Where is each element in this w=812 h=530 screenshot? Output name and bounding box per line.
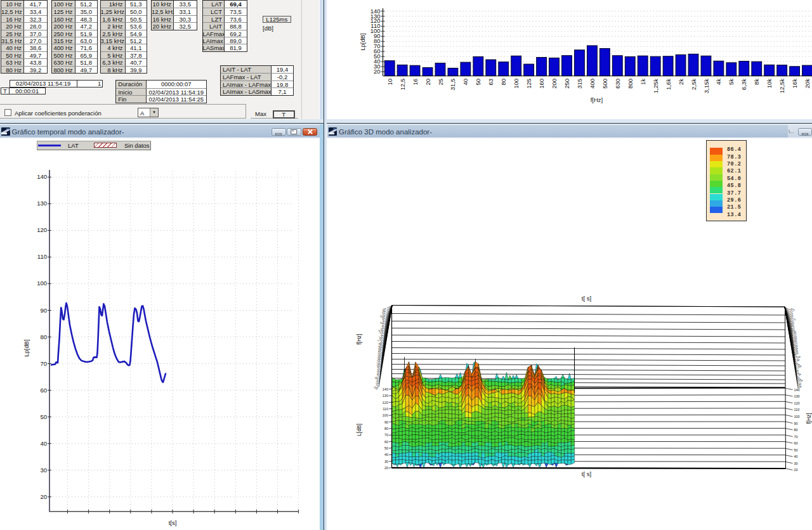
svg-text:60: 60	[794, 441, 797, 445]
svg-text:4k: 4k	[715, 79, 722, 85]
svg-text:160: 160	[538, 79, 545, 89]
svg-text:110: 110	[794, 408, 799, 411]
svg-text:80: 80	[40, 333, 47, 340]
svg-text:12,5: 12,5	[398, 79, 405, 91]
svg-text:110: 110	[37, 253, 47, 260]
svg-text:3,15k: 3,15k	[702, 79, 709, 93]
svg-text:400: 400	[588, 79, 595, 89]
svg-text:2k: 2k	[677, 79, 684, 85]
svg-text:80: 80	[794, 428, 797, 432]
svg-text:16: 16	[411, 79, 418, 86]
svg-text:200: 200	[551, 79, 558, 89]
svg-text:90: 90	[794, 422, 797, 425]
svg-text:63: 63	[487, 79, 494, 86]
svg-text:20: 20	[794, 468, 797, 472]
svg-text:130: 130	[794, 394, 799, 398]
svg-text:f[Hz]: f[Hz]	[355, 333, 362, 344]
svg-text:60: 60	[40, 387, 47, 394]
svg-text:120: 120	[37, 226, 47, 233]
svg-text:100: 100	[794, 415, 799, 418]
svg-text:60: 60	[384, 440, 388, 444]
svg-text:40: 40	[40, 440, 47, 447]
svg-text:120: 120	[382, 401, 388, 404]
svg-text:30: 30	[384, 460, 388, 463]
svg-text:1,6k: 1,6k	[664, 79, 671, 90]
svg-text:50: 50	[475, 79, 481, 86]
svg-text:20: 20	[40, 493, 47, 500]
svg-text:25: 25	[436, 79, 443, 86]
svg-text:50: 50	[40, 413, 47, 420]
svg-text:5k: 5k	[728, 79, 735, 85]
svg-text:L[dB]: L[dB]	[355, 423, 362, 436]
svg-text:20k: 20k	[804, 79, 811, 89]
svg-text:6,3k: 6,3k	[740, 79, 747, 90]
svg-text:120: 120	[794, 401, 799, 405]
svg-text:70: 70	[384, 433, 388, 437]
svg-text:40: 40	[462, 79, 469, 86]
svg-text:10: 10	[386, 79, 393, 86]
svg-text:130: 130	[382, 394, 388, 398]
svg-text:80: 80	[500, 79, 507, 86]
svg-text:1k: 1k	[639, 79, 646, 85]
svg-text:125: 125	[525, 79, 532, 89]
svg-text:40: 40	[384, 453, 388, 456]
svg-text:t[ s]: t[ s]	[581, 470, 591, 477]
svg-text:140: 140	[382, 387, 388, 391]
svg-text:f[Hz]: f[Hz]	[590, 96, 603, 103]
svg-text:f[Hz]: f[Hz]	[805, 413, 811, 423]
svg-text:110: 110	[383, 407, 388, 411]
svg-text:630: 630	[613, 79, 620, 89]
svg-text:90: 90	[40, 307, 47, 314]
svg-text:70: 70	[40, 360, 47, 367]
svg-text:70: 70	[794, 435, 797, 439]
svg-text:90: 90	[384, 420, 388, 424]
svg-text:130: 130	[37, 200, 47, 207]
svg-text:31,5: 31,5	[449, 79, 456, 91]
svg-text:800: 800	[626, 79, 633, 89]
svg-text:50: 50	[384, 446, 388, 450]
svg-text:16k: 16k	[791, 79, 798, 89]
svg-text:12,5k: 12,5k	[778, 79, 785, 93]
svg-text:30: 30	[794, 462, 797, 465]
svg-text:100: 100	[37, 280, 47, 287]
svg-text:140: 140	[370, 8, 380, 15]
svg-text:20: 20	[384, 466, 388, 470]
svg-text:50: 50	[794, 448, 797, 452]
svg-text:250: 250	[563, 79, 570, 89]
svg-text:t[ s]: t[ s]	[581, 295, 591, 302]
svg-text:Lp[dB]: Lp[dB]	[23, 339, 30, 356]
svg-text:315: 315	[575, 79, 582, 89]
svg-text:20: 20	[424, 79, 431, 86]
svg-text:t[s]: t[s]	[169, 519, 177, 526]
svg-text:30: 30	[40, 467, 47, 474]
svg-text:1,25k: 1,25k	[652, 79, 658, 93]
svg-text:10k: 10k	[766, 79, 773, 89]
svg-text:140: 140	[37, 173, 47, 180]
svg-text:100: 100	[382, 413, 388, 417]
svg-text:500: 500	[601, 79, 608, 89]
svg-text:2,5k: 2,5k	[690, 79, 697, 90]
svg-text:80: 80	[384, 427, 388, 430]
svg-text:Lp[dB]: Lp[dB]	[358, 33, 365, 50]
svg-text:100: 100	[513, 79, 520, 89]
svg-text:40: 40	[794, 455, 797, 458]
svg-text:8k: 8k	[753, 79, 760, 85]
